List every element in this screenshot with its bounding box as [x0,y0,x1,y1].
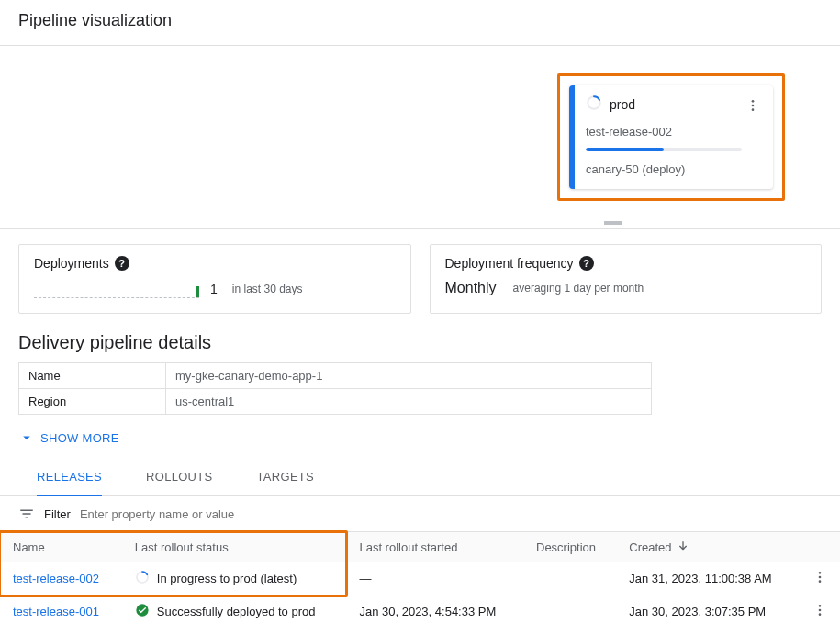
release-created: Jan 31, 2023, 11:00:38 AM [616,562,800,595]
detail-label: Name [19,363,166,389]
resize-handle-icon[interactable] [604,221,622,225]
help-icon[interactable]: ? [115,256,129,271]
stat-deployments: Deployments ? 1 in last 30 days [18,244,411,314]
stat-label-frequency: Deployment frequency [445,256,574,271]
release-description [523,595,616,624]
table-row: test-release-001Successfully deployed to… [0,595,840,624]
filter-row: Filter [0,496,840,532]
release-started: — [346,562,523,595]
deployments-count: 1 [210,282,218,296]
frequency-value: Monthly [445,280,497,296]
highlight-annotation: prod test-release-002 canary-50 (deploy) [557,73,785,201]
stat-frequency: Deployment frequency ? Monthly averaging… [430,244,823,314]
release-created: Jan 30, 2023, 3:07:35 PM [616,595,800,624]
spinner-icon [586,95,602,114]
detail-value: my-gke-canary-demo-app-1 [166,363,652,389]
check-circle-icon [135,603,150,620]
pipeline-visualization: prod test-release-002 canary-50 (deploy) [0,46,840,229]
svg-point-11 [819,613,822,616]
svg-point-10 [819,609,822,612]
col-started[interactable]: Last rollout started [346,532,523,562]
progress-fill [586,148,664,151]
target-name: prod [610,97,635,112]
tab-rollouts[interactable]: ROLLOUTS [146,461,212,495]
sparkline-bar [196,286,199,297]
svg-point-5 [819,572,822,574]
filter-icon [18,506,35,522]
row-actions[interactable] [800,562,840,595]
svg-point-3 [752,108,755,111]
detail-label: Region [19,389,166,415]
stat-label-deployments: Deployments [34,256,109,271]
page-title: Pipeline visualization [0,0,840,46]
col-name[interactable]: Name [0,532,122,562]
col-created[interactable]: Created [616,532,800,562]
deployments-suffix: in last 30 days [232,283,303,295]
detail-value: us-central1 [166,389,652,415]
row-actions[interactable] [800,595,840,624]
progress-bar [586,148,742,151]
filter-input[interactable] [80,507,822,521]
spinner-icon [135,570,150,587]
filter-label: Filter [44,507,71,521]
chevron-down-icon [18,429,35,446]
svg-point-9 [819,605,822,607]
release-description [523,562,616,595]
release-started: Jan 30, 2023, 4:54:33 PM [346,595,523,624]
detail-row: Regionus-central1 [19,389,652,415]
svg-point-6 [819,576,822,579]
target-phase-label: canary-50 (deploy) [586,162,742,176]
svg-point-8 [136,604,148,616]
tabs: RELEASESROLLOUTSTARGETS [0,461,840,496]
show-more-label: Show more [40,431,119,445]
details-table: Namemy-gke-canary-demo-app-1Regionus-cen… [18,362,652,415]
release-status: In progress to prod (latest) [122,562,347,595]
col-status[interactable]: Last rollout status [122,532,347,562]
svg-point-1 [752,100,755,103]
show-more-button[interactable]: Show more [0,415,840,461]
more-vert-icon[interactable] [742,95,764,117]
svg-point-2 [752,105,755,107]
frequency-suffix: averaging 1 day per month [513,282,644,295]
sparkline [34,280,199,298]
release-name[interactable]: test-release-001 [0,595,122,624]
col-created-label: Created [629,540,671,554]
target-release-label: test-release-002 [586,125,742,139]
help-icon[interactable]: ? [579,256,594,271]
details-heading: Delivery pipeline details [0,314,840,362]
arrow-down-icon [676,540,690,554]
detail-row: Namemy-gke-canary-demo-app-1 [19,363,652,389]
tab-releases[interactable]: RELEASES [37,461,102,496]
target-card-prod[interactable]: prod test-release-002 canary-50 (deploy) [569,85,773,189]
svg-point-7 [819,580,822,583]
col-description[interactable]: Description [523,532,616,562]
releases-table: Name Last rollout status Last rollout st… [0,532,840,623]
release-status: Successfully deployed to prod [122,595,347,624]
tab-targets[interactable]: TARGETS [257,461,315,495]
release-name[interactable]: test-release-002 [0,562,122,595]
table-row: test-release-002In progress to prod (lat… [0,562,840,595]
